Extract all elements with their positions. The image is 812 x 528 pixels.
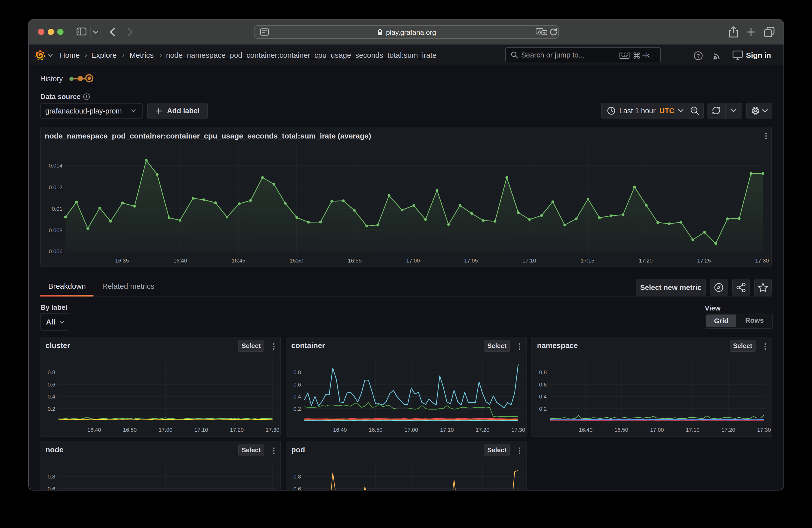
svg-text:A: A — [538, 29, 541, 34]
svg-text:16:50: 16:50 — [614, 427, 628, 433]
svg-text:0.4: 0.4 — [293, 394, 301, 400]
svg-text:0.8: 0.8 — [47, 369, 55, 376]
svg-text:0.2: 0.2 — [293, 406, 301, 412]
svg-text:17:30: 17:30 — [757, 427, 771, 433]
svg-text:17:10: 17:10 — [522, 258, 536, 264]
svg-text:17:00: 17:00 — [159, 427, 172, 433]
svg-text:0.6: 0.6 — [47, 381, 55, 388]
svg-text:17:20: 17:20 — [230, 427, 244, 433]
svg-text:0.8: 0.8 — [539, 369, 547, 376]
svg-text:?: ? — [696, 53, 700, 59]
svg-text:0.4: 0.4 — [539, 394, 547, 400]
svg-text:17:05: 17:05 — [464, 258, 478, 264]
svg-text:0.8: 0.8 — [47, 473, 55, 480]
svg-text:17:25: 17:25 — [697, 258, 711, 264]
svg-text:16:50: 16:50 — [369, 427, 382, 433]
svg-text:文: 文 — [542, 31, 546, 35]
svg-text:0.012: 0.012 — [49, 184, 62, 191]
svg-text:16:50: 16:50 — [123, 427, 137, 433]
svg-text:0.6: 0.6 — [293, 381, 301, 388]
svg-text:0.008: 0.008 — [49, 227, 62, 234]
svg-text:0.4: 0.4 — [47, 394, 55, 400]
svg-text:0.8: 0.8 — [293, 369, 301, 376]
svg-text:17:30: 17:30 — [511, 427, 525, 433]
svg-text:0.014: 0.014 — [49, 162, 62, 169]
svg-text:16:55: 16:55 — [348, 258, 362, 264]
svg-text:17:10: 17:10 — [686, 427, 699, 433]
svg-text:17:10: 17:10 — [440, 427, 454, 433]
svg-text:16:40: 16:40 — [173, 258, 187, 264]
svg-text:0.01: 0.01 — [52, 206, 62, 212]
svg-text:0.6: 0.6 — [47, 486, 55, 491]
svg-text:16:45: 16:45 — [232, 258, 245, 264]
svg-text:17:10: 17:10 — [194, 427, 208, 433]
svg-text:17:15: 17:15 — [580, 258, 594, 264]
svg-text:17:20: 17:20 — [639, 258, 652, 264]
svg-text:16:40: 16:40 — [87, 427, 101, 433]
svg-text:16:50: 16:50 — [290, 258, 303, 264]
svg-text:17:20: 17:20 — [722, 427, 735, 433]
svg-text:0.006: 0.006 — [49, 248, 62, 254]
svg-text:0.6: 0.6 — [539, 381, 547, 388]
svg-text:0.8: 0.8 — [293, 473, 301, 480]
svg-text:17:00: 17:00 — [650, 427, 664, 433]
svg-text:0.2: 0.2 — [47, 406, 55, 412]
svg-text:17:30: 17:30 — [265, 427, 279, 433]
svg-text:17:00: 17:00 — [406, 258, 420, 264]
svg-text:17:30: 17:30 — [755, 258, 769, 264]
svg-text:16:40: 16:40 — [579, 427, 593, 433]
svg-text:17:20: 17:20 — [476, 427, 490, 433]
svg-text:16:35: 16:35 — [115, 258, 129, 264]
svg-text:0.2: 0.2 — [539, 406, 547, 412]
svg-text:17:00: 17:00 — [404, 427, 418, 433]
svg-text:16:40: 16:40 — [333, 427, 347, 433]
svg-text:0.6: 0.6 — [293, 486, 301, 491]
